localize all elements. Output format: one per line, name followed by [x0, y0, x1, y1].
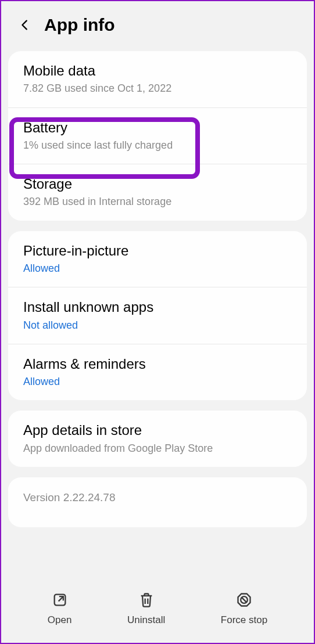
- store-title: App details in store: [23, 421, 292, 439]
- version-card: Version 2.22.24.78: [8, 477, 307, 527]
- mobile-data-item[interactable]: Mobile data 7.82 GB used since Oct 1, 20…: [8, 51, 307, 107]
- alarms-sub: Allowed: [23, 375, 292, 388]
- uninstall-label: Uninstall: [127, 614, 165, 626]
- unknown-apps-title: Install unknown apps: [23, 298, 292, 316]
- header: App info: [1, 1, 314, 51]
- battery-sub: 1% used since last fully charged: [23, 139, 292, 152]
- storage-item[interactable]: Storage 392 MB used in Internal storage: [8, 164, 307, 221]
- pip-sub: Allowed: [23, 262, 292, 275]
- force-stop-label: Force stop: [221, 614, 267, 626]
- version-text: Version 2.22.24.78: [23, 491, 292, 504]
- storage-title: Storage: [23, 175, 292, 193]
- svg-line-6: [242, 598, 246, 602]
- permissions-card: Picture-in-picture Allowed Install unkno…: [8, 231, 307, 401]
- uninstall-button[interactable]: Uninstall: [127, 591, 165, 626]
- battery-title: Battery: [23, 118, 292, 136]
- force-stop-button[interactable]: Force stop: [221, 591, 267, 626]
- store-sub: App downloaded from Google Play Store: [23, 442, 292, 455]
- open-label: Open: [48, 614, 72, 626]
- mobile-data-sub: 7.82 GB used since Oct 1, 2022: [23, 82, 292, 95]
- open-button[interactable]: Open: [48, 591, 72, 626]
- page-title: App info: [44, 15, 115, 35]
- pip-title: Picture-in-picture: [23, 242, 292, 260]
- alarms-item[interactable]: Alarms & reminders Allowed: [8, 344, 307, 401]
- store-item[interactable]: App details in store App downloaded from…: [8, 411, 307, 467]
- bottom-bar: Open Uninstall Force stop: [2, 579, 313, 643]
- store-card: App details in store App downloaded from…: [8, 411, 307, 467]
- stop-icon: [235, 591, 253, 609]
- unknown-apps-item[interactable]: Install unknown apps Not allowed: [8, 287, 307, 344]
- battery-item[interactable]: Battery 1% used since last fully charged: [8, 108, 307, 164]
- unknown-apps-sub: Not allowed: [23, 319, 292, 332]
- open-icon: [51, 591, 69, 609]
- pip-item[interactable]: Picture-in-picture Allowed: [8, 231, 307, 287]
- alarms-title: Alarms & reminders: [23, 355, 292, 373]
- storage-sub: 392 MB used in Internal storage: [23, 195, 292, 208]
- trash-icon: [138, 591, 155, 609]
- svg-line-1: [58, 596, 63, 601]
- back-icon[interactable]: [19, 19, 31, 31]
- mobile-data-title: Mobile data: [23, 62, 292, 80]
- usage-card: Mobile data 7.82 GB used since Oct 1, 20…: [8, 51, 307, 221]
